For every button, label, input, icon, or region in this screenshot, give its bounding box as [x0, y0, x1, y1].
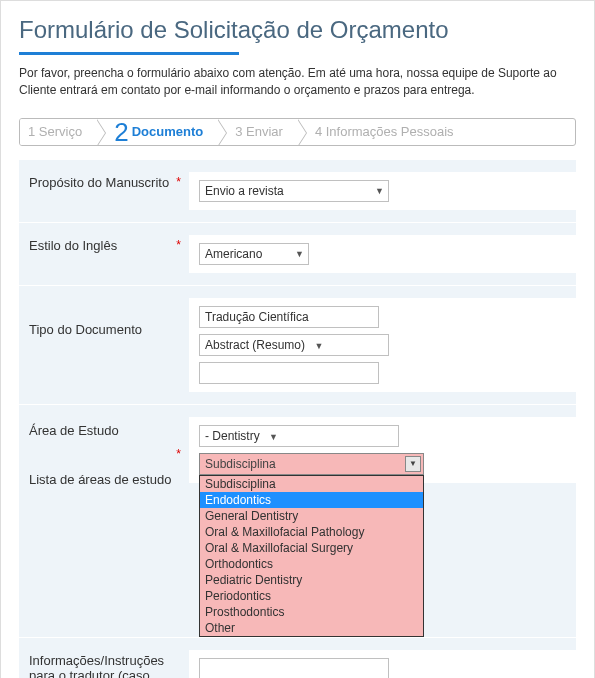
subdiscipline-selected: Subdisciplina: [205, 457, 276, 471]
step-1[interactable]: 1 Serviço: [20, 119, 96, 145]
step-4-label: 4 Informações Pessoais: [315, 124, 454, 139]
subdiscipline-option[interactable]: Periodontics: [200, 588, 423, 604]
page-title: Formulário de Solicitação de Orçamento: [19, 16, 576, 44]
subdiscipline-option[interactable]: Orthodontics: [200, 556, 423, 572]
step-2-label: Documento: [132, 124, 204, 139]
purpose-select[interactable]: Envio a revista ▼: [199, 180, 389, 202]
subdiscipline-option[interactable]: Other: [200, 620, 423, 636]
instructions-textarea[interactable]: [199, 658, 389, 678]
subdiscipline-select[interactable]: Subdisciplina ▼ SubdisciplinaEndodontics…: [199, 453, 424, 475]
doc-type-text-input[interactable]: [199, 306, 379, 328]
label-english-style-text: Estilo do Inglês: [29, 238, 117, 253]
chevron-down-icon[interactable]: ▼: [405, 456, 421, 472]
subdiscipline-dropdown[interactable]: SubdisciplinaEndodonticsGeneral Dentistr…: [199, 475, 424, 637]
label-instructions-text: Informações/Instruções para o tradutor (…: [29, 653, 164, 678]
subdiscipline-option[interactable]: Oral & Maxillofacial Pathology: [200, 524, 423, 540]
subdiscipline-option[interactable]: Pediatric Dentistry: [200, 572, 423, 588]
english-style-value: Americano: [205, 247, 262, 261]
label-instructions: Informações/Instruções para o tradutor (…: [19, 650, 189, 678]
study-area-select[interactable]: - Dentistry ▼: [199, 425, 399, 447]
study-area-value: - Dentistry: [205, 429, 260, 443]
label-study-area-text: Área de Estudo: [29, 423, 119, 438]
row-purpose: Propósito do Manuscrito * Envio a revist…: [19, 160, 576, 223]
chevron-down-icon: ▼: [314, 341, 323, 351]
label-purpose-text: Propósito do Manuscrito: [29, 175, 169, 190]
label-english-style: Estilo do Inglês *: [19, 235, 189, 253]
label-purpose: Propósito do Manuscrito *: [19, 172, 189, 190]
step-indicator: 1 Serviço 2 Documento 3 Enviar 4 Informa…: [19, 118, 576, 146]
chevron-down-icon: ▼: [375, 186, 384, 196]
chevron-down-icon: ▼: [269, 432, 278, 442]
label-study-list: Lista de áreas de estudo: [29, 472, 189, 487]
row-instructions: Informações/Instruções para o tradutor (…: [19, 638, 576, 678]
form-body: Propósito do Manuscrito * Envio a revist…: [19, 160, 576, 678]
step-2-number: 2: [114, 119, 128, 145]
subdiscipline-option[interactable]: General Dentistry: [200, 508, 423, 524]
purpose-value: Envio a revista: [205, 184, 284, 198]
step-4[interactable]: 4 Informações Pessoais: [297, 119, 468, 145]
required-icon: *: [176, 175, 181, 189]
row-english-style: Estilo do Inglês * Americano ▼: [19, 223, 576, 286]
subdiscipline-option[interactable]: Prosthodontics: [200, 604, 423, 620]
label-doc-type-text: Tipo do Documento: [29, 322, 142, 337]
doc-type-select[interactable]: Abstract (Resumo) ▼: [199, 334, 389, 356]
label-doc-type: Tipo do Documento: [19, 298, 189, 337]
title-underline: [19, 52, 239, 55]
required-icon: *: [176, 238, 181, 252]
step-3-label: 3 Enviar: [235, 124, 283, 139]
chevron-down-icon: ▼: [295, 249, 304, 259]
doc-type-extra-input[interactable]: [199, 362, 379, 384]
subdiscipline-option[interactable]: Oral & Maxillofacial Surgery: [200, 540, 423, 556]
row-doc-type: Tipo do Documento Abstract (Resumo) ▼: [19, 286, 576, 405]
row-study-area: Área de Estudo * Lista de áreas de estud…: [19, 405, 576, 638]
step-3[interactable]: 3 Enviar: [217, 119, 297, 145]
subdiscipline-option[interactable]: Subdisciplina: [200, 476, 423, 492]
step-2[interactable]: 2 Documento: [96, 119, 217, 145]
doc-type-select-value: Abstract (Resumo): [205, 338, 305, 352]
required-icon: *: [176, 447, 181, 461]
label-study-area: Área de Estudo * Lista de áreas de estud…: [19, 417, 189, 487]
intro-text: Por favor, preencha o formulário abaixo …: [19, 65, 576, 100]
step-1-label: 1 Serviço: [28, 124, 82, 139]
english-style-select[interactable]: Americano ▼: [199, 243, 309, 265]
subdiscipline-option[interactable]: Endodontics: [200, 492, 423, 508]
